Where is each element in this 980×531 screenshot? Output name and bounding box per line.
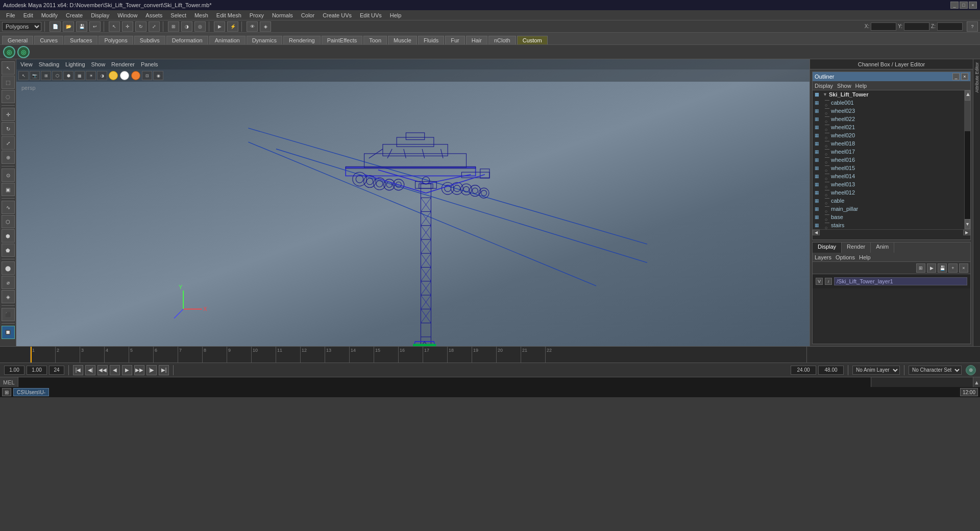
outliner-item-wheel022[interactable]: ▦ —○ wheel022	[813, 115, 964, 123]
menu-assets[interactable]: Assets	[141, 11, 166, 19]
layer-tab-render[interactable]: Render	[842, 243, 871, 253]
lasso-btn[interactable]: ◌	[2, 90, 15, 103]
polygon-tool-btn[interactable]: ⬢	[2, 229, 15, 243]
tab-muscle[interactable]: Muscle	[388, 36, 417, 44]
layer-tab-anim[interactable]: Anim	[871, 243, 894, 253]
layer-visibility-btn[interactable]: V	[816, 278, 823, 285]
outliner-item-wheel012[interactable]: ▦ —○ wheel012	[813, 188, 964, 197]
vp-light-orange[interactable]	[131, 71, 140, 80]
layer-menu-help[interactable]: Help	[859, 254, 871, 260]
y-coord-input[interactable]	[904, 22, 929, 31]
render-view-btn[interactable]: 🔲	[2, 326, 15, 339]
scale-btn[interactable]: ⤢	[2, 136, 15, 150]
tab-ncloth[interactable]: nCloth	[488, 36, 516, 44]
outliner-scrollbar[interactable]: ▲ ▼	[964, 90, 970, 229]
mode-select[interactable]: Polygons Animation Modeling Dynamics Ren…	[2, 22, 41, 31]
scale-tool-btn[interactable]: ⤢	[149, 21, 160, 32]
show-hide-btn[interactable]: 👁	[247, 21, 258, 32]
vp-menu-renderer[interactable]: Renderer	[111, 61, 135, 67]
taskbar-maya-item[interactable]: CS\Users\U-	[13, 388, 49, 396]
layer-type-btn[interactable]: /	[825, 278, 832, 285]
vp-grid-btn[interactable]: ⊞	[41, 71, 51, 80]
menu-file[interactable]: File	[2, 11, 19, 19]
ik-tool-btn[interactable]: ⌀	[2, 276, 15, 289]
sculpt-tool-btn[interactable]: ⬟	[2, 244, 15, 257]
move-tool-btn[interactable]: ✛	[122, 21, 133, 32]
playback-end-field[interactable]	[791, 366, 816, 375]
show-manip-btn[interactable]: ▣	[2, 183, 15, 196]
ipr-btn[interactable]: ⚡	[227, 21, 238, 32]
menu-color[interactable]: Color	[297, 11, 318, 19]
menu-edit[interactable]: Edit	[19, 11, 37, 19]
x-coord-input[interactable]	[871, 22, 896, 31]
vp-menu-shading[interactable]: Shading	[39, 61, 59, 67]
surface-tool-btn[interactable]: ⬡	[2, 215, 15, 228]
layer-menu-layers[interactable]: Layers	[815, 254, 831, 260]
vp-menu-lighting[interactable]: Lighting	[65, 61, 85, 67]
layer-new-btn[interactable]: ⊞	[916, 263, 925, 273]
vp-wireframe-btn[interactable]: ⬡	[52, 71, 62, 80]
vp-light-white[interactable]	[120, 71, 129, 80]
outliner-menu-help[interactable]: Help	[855, 83, 867, 89]
menu-mesh[interactable]: Mesh	[190, 11, 212, 19]
menu-select[interactable]: Select	[166, 11, 190, 19]
timeline-playhead[interactable]	[31, 347, 32, 363]
close-button[interactable]: ×	[969, 2, 977, 9]
frame-range-field[interactable]	[49, 366, 64, 375]
snap-grid-btn[interactable]: ⊞	[168, 21, 179, 32]
layer-save-btn[interactable]: 💾	[938, 263, 947, 273]
tab-deformation[interactable]: Deformation	[166, 36, 208, 44]
start-frame-field[interactable]	[4, 366, 24, 375]
question-btn[interactable]: ?	[967, 21, 978, 32]
tab-surfaces[interactable]: Surfaces	[64, 36, 97, 44]
menu-display[interactable]: Display	[87, 11, 113, 19]
no-char-set-select[interactable]: No Character Set	[909, 366, 962, 375]
render-btn[interactable]: ▶	[214, 21, 225, 32]
next-key-btn[interactable]: ▶▶	[134, 365, 144, 375]
outliner-item-wheel020[interactable]: ▦ —○ wheel020	[813, 131, 964, 139]
viewport[interactable]: View Shading Lighting Show Renderer Pane…	[16, 59, 810, 346]
maximize-button[interactable]: □	[960, 2, 968, 9]
isolate-btn[interactable]: ◈	[260, 21, 271, 32]
skip-fwd-btn[interactable]: ▶|	[159, 365, 169, 375]
tab-polygons[interactable]: Polygons	[99, 36, 133, 44]
rotate-btn[interactable]: ↻	[2, 122, 15, 135]
layer-add-btn[interactable]: +	[948, 263, 958, 273]
cmd-lang-label[interactable]: MEL	[0, 377, 18, 387]
menu-edit-uvs[interactable]: Edit UVs	[356, 11, 386, 19]
outliner-menu-show[interactable]: Show	[837, 83, 851, 89]
scroll-thumb-up[interactable]: ▲	[965, 90, 970, 101]
save-scene-btn[interactable]: 💾	[76, 21, 87, 32]
tab-fur[interactable]: Fur	[445, 36, 465, 44]
menu-help[interactable]: Help	[386, 11, 406, 19]
auto-key-btn[interactable]: ⊕	[966, 365, 976, 375]
menu-normals[interactable]: Normals	[268, 11, 297, 19]
outliner-item-wheel013[interactable]: ▦ —○ wheel013	[813, 180, 964, 188]
layer-render-btn[interactable]: ▶	[927, 263, 936, 273]
outliner-item-wheel021[interactable]: ▦ —○ wheel021	[813, 123, 964, 131]
snap-curve-btn[interactable]: ◑	[181, 21, 192, 32]
menu-create-uvs[interactable]: Create UVs	[318, 11, 356, 19]
play-back-btn[interactable]: ◀	[110, 365, 120, 375]
z-coord-input[interactable]	[937, 22, 963, 31]
vp-camera-btn[interactable]: 📷	[30, 71, 40, 80]
anim-end-field[interactable]	[818, 366, 844, 375]
camera-btn[interactable]: ⬛	[2, 308, 15, 321]
menu-modify[interactable]: Modify	[37, 11, 62, 19]
script-editor-btn[interactable]: ▲	[973, 377, 980, 387]
select-tool-btn[interactable]: ↖	[109, 21, 120, 32]
vp-texture-btn[interactable]: ▦	[75, 71, 85, 80]
outliner-item-base[interactable]: ▦ —○ base	[813, 213, 964, 221]
vp-select-btn[interactable]: ↖	[18, 71, 29, 80]
paint-select-btn[interactable]: ⬚	[2, 76, 15, 89]
joint-tool-btn[interactable]: ⬤	[2, 261, 15, 275]
scroll-thumb[interactable]	[965, 101, 970, 131]
outliner-item-wheel016[interactable]: ▦ —○ wheel016	[813, 156, 964, 164]
snap-point-btn[interactable]: ◎	[194, 21, 206, 32]
vp-menu-panels[interactable]: Panels	[141, 61, 158, 67]
layer-menu-options[interactable]: Options	[836, 254, 855, 260]
outliner-minimize-btn[interactable]: _	[952, 73, 960, 80]
outliner-item-stairs[interactable]: ▦ —○ stairs	[813, 221, 964, 229]
tab-painteffects[interactable]: PaintEffects	[322, 36, 363, 44]
soft-select-btn[interactable]: ⊙	[2, 168, 15, 182]
